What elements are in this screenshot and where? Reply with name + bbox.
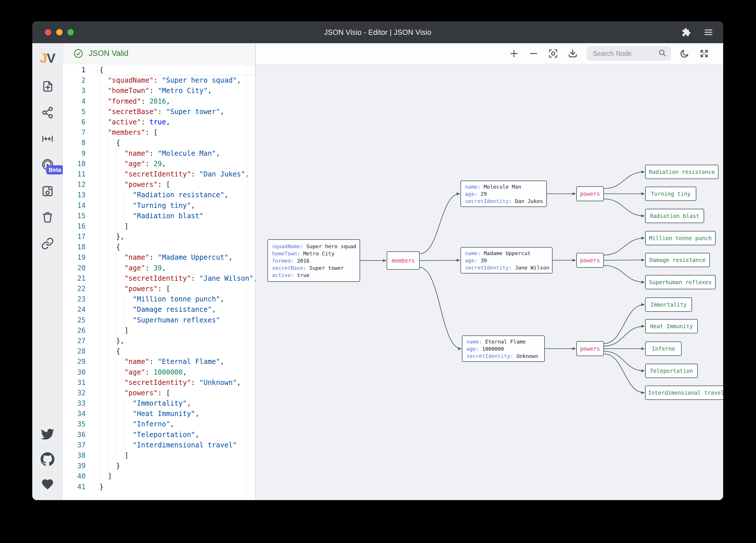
graph-node-p1[interactable]: powers — [576, 186, 604, 201]
code-line-30: 30"age": 1000000, — [63, 367, 255, 377]
twitter-icon — [41, 427, 54, 441]
code-line-3: 3"homeTown": "Metro City", — [63, 86, 255, 96]
line-number: 1 — [63, 66, 86, 74]
code-line-15: 15"Radiation blast" — [63, 211, 255, 221]
graph-node-l9[interactable]: Inferno — [645, 341, 682, 356]
download-icon — [568, 48, 578, 59]
graph-node-m3[interactable]: name: Eternal Flameage: 1000000secretIde… — [462, 335, 545, 362]
editor-scrollbar[interactable] — [247, 64, 247, 500]
code-line-37: 37"Interdimensional travel" — [63, 440, 255, 450]
graph-edge-members-m3 — [420, 268, 461, 349]
code-line-13: 13"Radiation resistance", — [63, 190, 255, 200]
center-focus-icon — [548, 48, 558, 59]
graph-node-p3[interactable]: powers — [576, 341, 604, 356]
code-line-40: 40] — [63, 471, 255, 481]
dark-mode-button[interactable] — [677, 47, 692, 60]
sidebar-item-center-view[interactable] — [32, 126, 63, 152]
json-editor[interactable]: 1{2"squadName": "Super hero squad",3"hom… — [63, 64, 255, 500]
zoom-in-button[interactable] — [506, 47, 521, 60]
graph-node-root[interactable]: squadName: Super hero squadhomeTown: Met… — [267, 239, 360, 282]
graph-node-l10[interactable]: Teleportation — [645, 364, 698, 378]
graph-node-members[interactable]: members — [387, 252, 420, 270]
graph-node-m2[interactable]: name: Madame Uppercutage: 39secretIdenti… — [460, 247, 553, 273]
fullscreen-button[interactable] — [697, 47, 712, 60]
code-line-17: 17}, — [63, 232, 255, 242]
line-number: 3 — [63, 87, 86, 95]
sidebar-item-delete[interactable] — [32, 204, 63, 230]
code-line-1: 1{ — [63, 65, 255, 75]
code-line-4: 4"formed": 2016, — [63, 96, 255, 107]
graph-node-p2[interactable]: powers — [576, 253, 604, 268]
code-line-41: 41} — [63, 482, 255, 492]
extensions-icon[interactable] — [682, 28, 691, 37]
graph-panel[interactable]: squadName: Super hero squadhomeTown: Met… — [256, 43, 723, 500]
traffic-lights — [45, 29, 79, 35]
graph-toolbar — [256, 43, 723, 64]
code-line-2: 2"squadName": "Super hero squad", — [63, 75, 255, 86]
code-line-16: 16] — [63, 221, 255, 232]
line-number: 18 — [63, 243, 86, 251]
search-icon — [658, 49, 667, 58]
menu-icon[interactable] — [704, 28, 713, 37]
line-number: 28 — [63, 347, 86, 355]
graph-node-l8[interactable]: Heat Immunity — [645, 319, 698, 333]
sidebar-item-save[interactable] — [32, 178, 63, 204]
graph-node-l4[interactable]: Million tonne punch — [645, 231, 716, 245]
code-line-36: 36"Teleportation", — [63, 429, 255, 440]
sidebar-item-twitter[interactable] — [32, 421, 63, 446]
sidebar-item-github[interactable] — [32, 446, 63, 472]
minimize-button[interactable] — [56, 29, 63, 35]
zoom-out-button[interactable] — [526, 47, 541, 60]
plus-icon — [509, 49, 519, 58]
graph-edge-members-m2 — [420, 260, 460, 261]
code-line-11: 11"secretIdentity": "Dan Jukes", — [63, 169, 255, 179]
graph-node-l6[interactable]: Superhuman reflexes — [645, 275, 716, 289]
logo-v: V — [47, 50, 55, 66]
graph-edge-p3-l10 — [604, 351, 645, 371]
graph-edge-p3-l7 — [604, 304, 645, 343]
line-number: 10 — [63, 160, 86, 168]
close-button[interactable] — [45, 29, 51, 35]
graph-node-l5[interactable]: Damage resistance — [645, 253, 710, 267]
maximize-button[interactable] — [67, 29, 74, 35]
sidebar-item-new-document[interactable] — [32, 73, 63, 99]
sidebar-item-live-transform[interactable]: Beta — [32, 152, 63, 178]
line-number: 23 — [63, 295, 86, 303]
search-node-input[interactable] — [592, 50, 658, 58]
line-number: 32 — [63, 389, 86, 397]
app-logo[interactable]: JV — [32, 43, 63, 73]
graph-node-m1[interactable]: name: Molecule Manage: 29secretIdentity:… — [460, 181, 547, 207]
code-line-34: 34"Heat Immunity", — [63, 408, 255, 419]
code-line-7: 7"members": [ — [63, 127, 255, 138]
code-line-18: 18{ — [63, 242, 255, 252]
graph-node-l2[interactable]: Turning tiny — [645, 187, 696, 201]
code-line-28: 28{ — [63, 346, 255, 356]
graph-edge-p1-l1 — [604, 172, 645, 189]
line-number: 7 — [63, 128, 86, 137]
graph-node-l11[interactable]: Interdimensional travel — [645, 385, 723, 400]
line-number: 15 — [63, 212, 86, 220]
graph-node-l7[interactable]: Immortality — [645, 297, 692, 312]
download-button[interactable] — [565, 47, 580, 60]
graph-edge-p2-l6 — [604, 266, 645, 282]
line-number: 27 — [63, 337, 86, 345]
github-icon — [41, 452, 54, 466]
sidebar-item-share[interactable] — [32, 99, 63, 126]
beta-badge: Beta — [46, 165, 64, 175]
sidebar-item-copy-link[interactable] — [32, 230, 63, 257]
code-line-19: 19"name": "Madame Uppercut", — [63, 252, 255, 263]
graph-edge-p3-l11 — [604, 354, 645, 393]
trash-icon — [41, 211, 54, 224]
save-icon — [41, 185, 54, 198]
app-window: JSON Visio - Editor | JSON Visio JV — [32, 21, 723, 500]
line-number: 17 — [63, 233, 86, 241]
graph-node-l1[interactable]: Radiation resistance — [645, 165, 719, 179]
graph-node-l3[interactable]: Radiation blast — [645, 209, 704, 223]
sidebar-item-sponsor[interactable] — [32, 472, 63, 497]
share-icon — [41, 106, 54, 119]
line-number: 38 — [63, 451, 86, 459]
code-line-14: 14"Turning tiny", — [63, 200, 255, 211]
center-focus-button[interactable] — [546, 47, 561, 60]
code-line-35: 35"Inferno", — [63, 419, 255, 429]
line-number: 35 — [63, 420, 86, 428]
